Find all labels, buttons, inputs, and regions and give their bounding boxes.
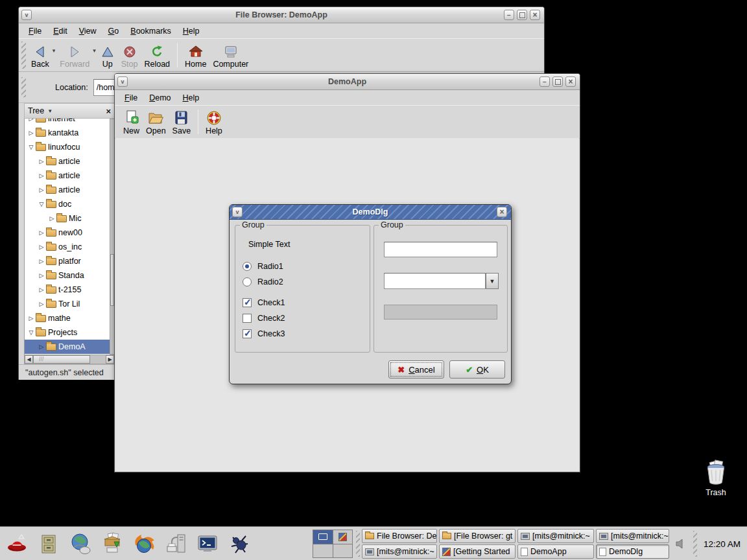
trash-desktop-icon[interactable]: Trash (698, 459, 734, 497)
workspace-4[interactable] (333, 544, 353, 558)
checkbox-icon[interactable] (243, 314, 252, 323)
tree-row[interactable]: new00 (25, 226, 110, 240)
tree-row[interactable]: kantakta (25, 126, 110, 140)
minimize-icon[interactable] (504, 10, 514, 20)
up-button[interactable]: Up (97, 41, 118, 70)
tree-row[interactable]: doc (25, 197, 110, 211)
tree-row[interactable]: article (25, 154, 110, 169)
combo-dropdown-icon[interactable]: ▼ (486, 273, 499, 289)
radio2-option[interactable]: Radio2 (243, 277, 283, 286)
tree-row[interactable]: Standa (25, 268, 110, 283)
maximize-icon[interactable] (517, 10, 527, 20)
workspace-2[interactable] (333, 530, 353, 544)
expander-icon[interactable] (27, 130, 35, 136)
combo-entry[interactable] (384, 273, 486, 289)
sidebar-dropdown-icon[interactable]: ▼ (47, 108, 53, 114)
window-menu-icon[interactable] (232, 207, 243, 217)
expander-icon[interactable] (38, 301, 45, 307)
tree-row-selected[interactable]: DemoA (25, 340, 110, 354)
tree-row[interactable]: os_inc (25, 240, 110, 254)
radio1-option[interactable]: Radio1 (243, 262, 283, 271)
expander-icon[interactable] (38, 201, 45, 207)
check3-option[interactable]: Check3 (243, 329, 285, 338)
open-button[interactable]: Open (143, 108, 169, 137)
terminal-icon[interactable] (193, 530, 222, 558)
tree-row[interactable]: article (25, 183, 110, 197)
expander-icon[interactable] (27, 119, 35, 122)
expander-icon[interactable] (38, 244, 45, 250)
taskbar-button[interactable]: DemoApp (517, 544, 594, 559)
back-dropdown-icon[interactable]: ▾ (53, 47, 56, 54)
reload-button[interactable]: Reload (141, 41, 173, 70)
expander-icon[interactable] (27, 329, 35, 336)
minimize-icon[interactable] (540, 76, 550, 87)
window-menu-icon[interactable] (117, 76, 128, 87)
scroll-right-icon[interactable]: ▶ (106, 355, 114, 364)
menu-go[interactable]: Go (102, 25, 125, 38)
tree-row[interactable]: article (25, 169, 110, 183)
clock-grip[interactable] (693, 531, 697, 557)
tree-row[interactable]: platfor (25, 254, 110, 268)
checkbox-checked-icon[interactable] (243, 298, 252, 307)
cancel-button[interactable]: ✖ Cancel (388, 360, 444, 379)
expander-icon[interactable] (38, 229, 45, 236)
stop-button[interactable]: Stop (118, 41, 141, 70)
workspace-1-active[interactable] (313, 530, 333, 544)
taskbar-button[interactable]: [File Browser: gt (439, 529, 516, 543)
file-browser-titlebar[interactable]: File Browser: DemoApp (19, 7, 544, 23)
window-menu-icon[interactable] (21, 10, 32, 20)
workspace-3[interactable] (313, 544, 333, 558)
tree-row[interactable]: Tor Lil (25, 297, 110, 311)
hardware-config-icon[interactable] (161, 530, 190, 558)
help-button[interactable]: Help (202, 108, 226, 137)
new-button[interactable]: New (120, 108, 143, 137)
bug-tool-icon[interactable] (225, 530, 254, 558)
check2-option[interactable]: Check2 (243, 314, 285, 323)
maximize-icon[interactable] (552, 76, 563, 87)
ok-button[interactable]: ✔ OK (449, 360, 505, 379)
close-icon[interactable] (497, 207, 507, 217)
package-manager-icon[interactable] (98, 530, 126, 558)
expander-icon[interactable] (27, 144, 35, 150)
sidebar-header[interactable]: Tree ▼ × (24, 103, 115, 119)
menu-file[interactable]: File (23, 25, 47, 38)
web-browser-globe-icon[interactable] (66, 530, 95, 558)
scrollbar-thumb[interactable] (33, 355, 90, 364)
menu-help[interactable]: Help (177, 91, 206, 104)
check1-option[interactable]: Check1 (243, 298, 285, 307)
home-button[interactable]: Home (182, 41, 209, 70)
expander-icon[interactable] (38, 158, 45, 165)
taskbar-button[interactable]: [mits@mitnick:~ (362, 544, 437, 559)
scroll-left-icon[interactable]: ◀ (25, 355, 33, 364)
tree-row[interactable]: t-2155 (25, 283, 110, 297)
expander-icon[interactable] (48, 215, 56, 222)
taskbar-button[interactable]: [mits@mitnick:~ (596, 529, 669, 543)
expander-icon[interactable] (38, 187, 45, 193)
expander-icon[interactable] (27, 315, 35, 321)
expander-icon[interactable] (38, 272, 45, 279)
checkbox-checked-icon[interactable] (243, 329, 252, 338)
expander-icon[interactable] (38, 258, 45, 264)
taskbar-button[interactable]: File Browser: De (362, 529, 437, 543)
tree-horizontal-scrollbar[interactable]: ◀ ▶ (24, 355, 115, 364)
tree-row[interactable]: internet (25, 119, 110, 126)
menu-demo[interactable]: Demo (143, 91, 176, 104)
tree-row[interactable]: mathe (25, 311, 110, 325)
tasklist-grip[interactable] (356, 531, 360, 557)
forward-button[interactable]: Forward (56, 41, 93, 70)
tree-row[interactable]: Projects (25, 325, 110, 340)
file-manager-icon[interactable] (34, 530, 63, 558)
save-button[interactable]: Save (169, 108, 195, 137)
menu-file[interactable]: File (119, 91, 143, 104)
sidebar-close-icon[interactable]: × (106, 106, 111, 116)
toolbar-grip[interactable] (21, 41, 26, 69)
expander-icon[interactable] (38, 344, 45, 350)
back-button[interactable]: Back (28, 41, 53, 70)
forward-dropdown-icon[interactable]: ▾ (93, 47, 96, 54)
menu-view[interactable]: View (73, 25, 102, 38)
tree-row[interactable]: linuxfocu (25, 140, 110, 154)
expander-icon[interactable] (38, 286, 45, 293)
close-icon[interactable] (530, 10, 540, 20)
tree-row[interactable]: Mic (25, 211, 110, 226)
demodlg-titlebar[interactable]: DemoDlg (230, 205, 511, 220)
